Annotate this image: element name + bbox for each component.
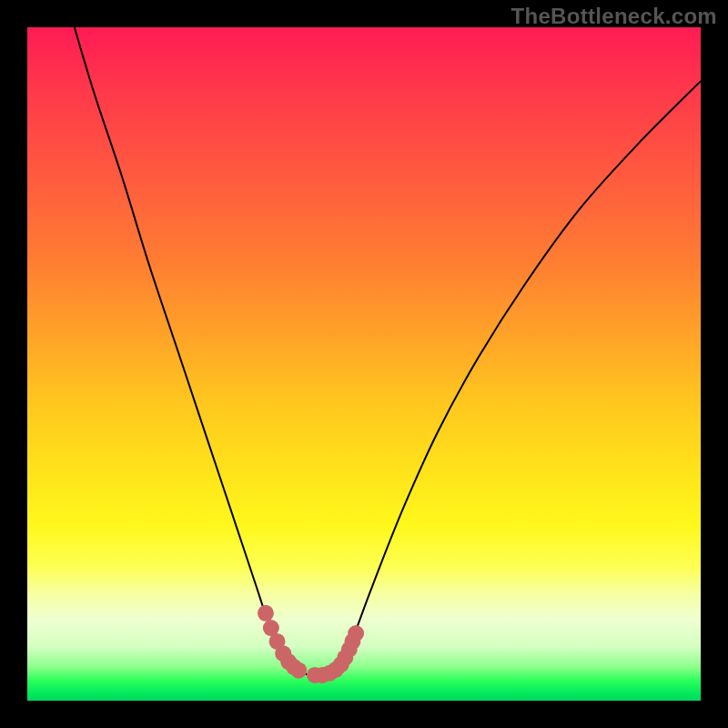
chart-frame: TheBottleneck.com xyxy=(0,0,728,728)
marker-dot xyxy=(290,662,307,679)
marker-dot xyxy=(258,605,274,622)
chart-svg xyxy=(27,27,701,701)
series-right-curve xyxy=(343,81,701,672)
watermark-text: TheBottleneck.com xyxy=(511,4,717,29)
plot-area xyxy=(27,27,701,701)
series-left-curve xyxy=(75,27,298,672)
marker-dot xyxy=(348,625,364,642)
